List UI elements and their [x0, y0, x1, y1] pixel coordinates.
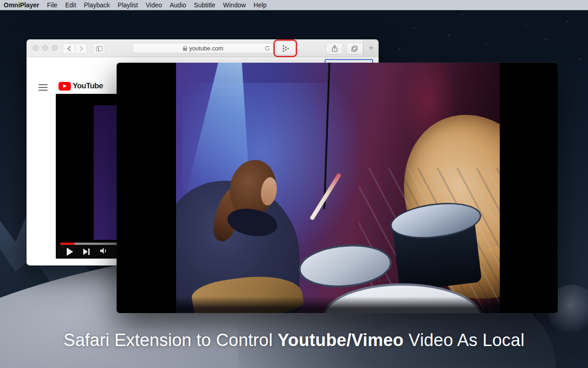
omniplayer-extension-icon — [281, 44, 290, 53]
reload-button[interactable] — [264, 45, 270, 51]
lock-icon — [183, 48, 187, 51]
address-url: youtube.com — [189, 45, 223, 52]
youtube-wordmark: YouTube — [73, 81, 103, 91]
floor-shadow — [176, 297, 500, 313]
menu-app-name[interactable]: OmniPlayer — [4, 1, 39, 9]
hamburger-menu-button[interactable] — [38, 84, 48, 91]
new-tab-button[interactable]: + — [363, 39, 379, 57]
share-button[interactable] — [326, 43, 343, 54]
menu-item-subtitle[interactable]: Subtitle — [194, 1, 215, 9]
back-icon — [67, 46, 72, 51]
address-bar[interactable]: youtube.com — [133, 43, 273, 54]
play-button[interactable] — [67, 248, 73, 256]
forward-icon — [78, 46, 83, 51]
menu-item-video[interactable]: Video — [146, 1, 162, 9]
tab-overview-button[interactable] — [346, 43, 363, 54]
menu-item-playlist[interactable]: Playlist — [118, 1, 138, 9]
close-window-button[interactable] — [32, 45, 38, 51]
youtube-play-icon — [59, 82, 71, 91]
menu-item-edit[interactable]: Edit — [65, 1, 76, 9]
caption-text: Safari Extension to Control Youtube/Vime… — [0, 330, 588, 350]
plus-icon: + — [369, 43, 374, 54]
volume-icon — [100, 247, 108, 254]
menu-item-window[interactable]: Window — [223, 1, 246, 9]
next-button[interactable] — [83, 249, 90, 255]
forward-button[interactable] — [75, 43, 87, 54]
menu-bar: OmniPlayer File Edit Playback Playlist V… — [0, 0, 588, 11]
volume-button[interactable] — [100, 247, 108, 256]
share-icon — [331, 45, 338, 52]
menu-item-help[interactable]: Help — [254, 1, 267, 9]
next-icon — [83, 249, 88, 255]
menu-item-audio[interactable]: Audio — [170, 1, 186, 9]
zoom-window-button[interactable] — [52, 45, 58, 51]
omniplayer-window[interactable] — [117, 63, 558, 313]
menu-item-file[interactable]: File — [47, 1, 58, 9]
safari-toolbar: youtube.com — [27, 39, 379, 57]
tab-overview-icon — [351, 45, 358, 52]
omniplayer-extension-button[interactable] — [276, 42, 295, 55]
sidebar-button[interactable] — [93, 43, 106, 54]
sidebar-icon — [96, 46, 102, 51]
reload-icon — [264, 45, 270, 51]
video-frame-drummer — [176, 63, 500, 313]
navigation-buttons — [63, 43, 87, 54]
back-button[interactable] — [63, 43, 75, 54]
minimize-window-button[interactable] — [42, 45, 48, 51]
menu-item-playback[interactable]: Playback — [84, 1, 110, 9]
youtube-logo[interactable]: YouTube — [59, 81, 103, 91]
